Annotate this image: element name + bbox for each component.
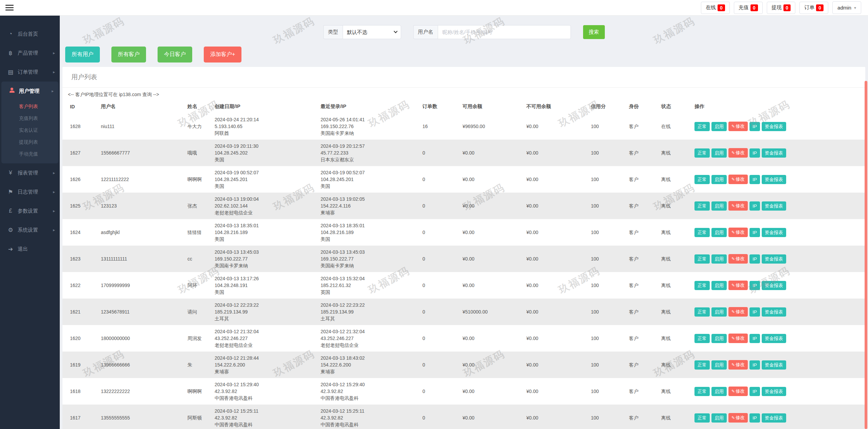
ip-button[interactable]: IP xyxy=(749,413,760,423)
ip-button[interactable]: IP xyxy=(749,307,760,317)
edit-button[interactable]: ✎修改 xyxy=(728,201,748,211)
edit-button[interactable]: ✎修改 xyxy=(728,228,748,237)
fund-report-button[interactable]: 资金报表 xyxy=(762,413,786,423)
fund-report-button[interactable]: 资金报表 xyxy=(762,281,786,290)
sidebar-subitem-realname-auth[interactable]: 实名认证 xyxy=(1,124,58,136)
ip-button[interactable]: IP xyxy=(749,228,760,237)
edit-button[interactable]: ✎修改 xyxy=(728,175,748,184)
fund-report-button[interactable]: 资金报表 xyxy=(762,254,786,264)
ip-button[interactable]: IP xyxy=(749,148,760,158)
normal-button[interactable]: 正常 xyxy=(694,148,710,158)
fund-report-button[interactable]: 资金报表 xyxy=(762,228,786,237)
table-row: 1625123123张杰2024-03-13 19:00:04202.62.10… xyxy=(62,193,865,219)
enable-button[interactable]: 启用 xyxy=(711,281,727,290)
username-search-input[interactable] xyxy=(438,25,571,39)
stat-button-withdraw[interactable]: 提现0 xyxy=(767,2,796,14)
pencil-icon: ✎ xyxy=(731,283,735,288)
edit-button[interactable]: ✎修改 xyxy=(728,387,748,396)
sidebar-item-dashboard[interactable]: ◔后台首页 xyxy=(0,24,60,43)
search-button[interactable]: 搜索 xyxy=(583,25,605,39)
edit-button[interactable]: ✎修改 xyxy=(728,148,748,158)
normal-button[interactable]: 正常 xyxy=(694,413,710,423)
edit-button[interactable]: ✎修改 xyxy=(728,254,748,264)
edit-button[interactable]: ✎修改 xyxy=(728,307,748,317)
today-customers-button[interactable]: 今日客户 xyxy=(158,47,192,62)
cell-name: 张杰 xyxy=(185,193,212,219)
fund-report-button[interactable]: 资金报表 xyxy=(762,307,786,317)
sidebar-item-log[interactable]: ⚑日志管理▸ xyxy=(0,182,60,201)
edit-button[interactable]: ✎修改 xyxy=(728,360,748,370)
ip-button[interactable]: IP xyxy=(749,360,760,370)
normal-button[interactable]: 正常 xyxy=(694,387,710,396)
normal-button[interactable]: 正常 xyxy=(694,175,710,184)
enable-button[interactable]: 启用 xyxy=(711,334,727,343)
ip-button[interactable]: IP xyxy=(749,201,760,211)
edit-button[interactable]: ✎修改 xyxy=(728,281,748,290)
enable-button[interactable]: 启用 xyxy=(711,175,727,184)
cell-last-login: 2024-03-12 22:23:22185.219.134.99土耳其 xyxy=(318,299,420,325)
add-customer-button[interactable]: 添加客户+ xyxy=(204,47,241,62)
ip-button[interactable]: IP xyxy=(749,254,760,264)
normal-button[interactable]: 正常 xyxy=(694,281,710,290)
ip-button[interactable]: IP xyxy=(749,387,760,396)
enable-button[interactable]: 启用 xyxy=(711,360,727,370)
sidebar-subitem-manual-recharge[interactable]: 手动充值 xyxy=(1,148,58,160)
ip-button[interactable]: IP xyxy=(749,122,760,131)
stat-button-order[interactable]: 订单0 xyxy=(799,2,828,14)
sidebar-subitem-recharge-list[interactable]: 充值列表 xyxy=(1,112,58,124)
cell-last-login: 2024-03-19 20:12:5745.77.22.233日本东京都东京 xyxy=(318,140,420,166)
sidebar-item-order[interactable]: ▤订单管理▸ xyxy=(0,62,60,82)
ip-button[interactable]: IP xyxy=(749,334,760,343)
sidebar-item-logout[interactable]: ➔退出 xyxy=(0,239,60,258)
gauge-icon: ◔ xyxy=(6,31,15,37)
ip-button[interactable]: IP xyxy=(749,175,760,184)
all-users-button[interactable]: 所有用户 xyxy=(65,47,100,62)
hamburger-menu-icon[interactable] xyxy=(5,3,14,12)
edit-button[interactable]: ✎修改 xyxy=(728,413,748,423)
vertical-scrollbar[interactable] xyxy=(865,81,867,429)
type-select[interactable]: 默认不选 xyxy=(343,25,401,39)
table-row: 162313111111111cc2024-03-13 13:45:03169.… xyxy=(62,246,865,272)
normal-button[interactable]: 正常 xyxy=(694,307,710,317)
enable-button[interactable]: 启用 xyxy=(711,254,727,264)
normal-button[interactable]: 正常 xyxy=(694,360,710,370)
fund-report-button[interactable]: 资金报表 xyxy=(762,201,786,211)
sidebar-item-user[interactable]: 用户管理▸ xyxy=(1,82,58,101)
fund-report-button[interactable]: 资金报表 xyxy=(762,360,786,370)
ip-button[interactable]: IP xyxy=(749,281,760,290)
edit-button[interactable]: ✎修改 xyxy=(728,122,748,131)
stat-button-recharge[interactable]: 充值0 xyxy=(734,2,763,14)
cell-username: 12211112222 xyxy=(98,166,185,193)
enable-button[interactable]: 启用 xyxy=(711,122,727,131)
enable-button[interactable]: 启用 xyxy=(711,148,727,158)
sidebar-item-report[interactable]: ¥报表管理▸ xyxy=(0,163,60,182)
all-customers-button[interactable]: 所有客户 xyxy=(111,47,146,62)
fund-report-button[interactable]: 资金报表 xyxy=(762,122,786,131)
fund-report-button[interactable]: 资金报表 xyxy=(762,387,786,396)
sidebar-subitem-withdraw-list[interactable]: 提现列表 xyxy=(1,136,58,148)
admin-user-menu[interactable]: admin ▾ xyxy=(832,1,861,14)
normal-button[interactable]: 正常 xyxy=(694,228,710,237)
normal-button[interactable]: 正常 xyxy=(694,122,710,131)
enable-button[interactable]: 启用 xyxy=(711,307,727,317)
enable-button[interactable]: 启用 xyxy=(711,413,727,423)
normal-button[interactable]: 正常 xyxy=(694,254,710,264)
table-row: 162612211112222啊啊啊2024-03-19 00:52:07104… xyxy=(62,166,865,193)
sidebar-item-product[interactable]: ฿产品管理▸ xyxy=(0,43,60,62)
fund-report-button[interactable]: 资金报表 xyxy=(762,148,786,158)
normal-button[interactable]: 正常 xyxy=(694,334,710,343)
table-row: 1624asdfghjkl猜猜猜2024-03-13 18:35:01104.2… xyxy=(62,219,865,246)
edit-button[interactable]: ✎修改 xyxy=(728,334,748,343)
cell-frozen-balance: ¥0.00 xyxy=(524,246,588,272)
column-header: 姓名 xyxy=(185,99,212,113)
sidebar-item-params[interactable]: £参数设置▸ xyxy=(0,201,60,220)
normal-button[interactable]: 正常 xyxy=(694,201,710,211)
sidebar-subitem-customer-list[interactable]: 客户列表 xyxy=(1,101,58,112)
sidebar-item-system[interactable]: ⚙系统设置▸ xyxy=(0,220,60,239)
enable-button[interactable]: 启用 xyxy=(711,387,727,396)
enable-button[interactable]: 启用 xyxy=(711,228,727,237)
fund-report-button[interactable]: 资金报表 xyxy=(762,334,786,343)
stat-button-online[interactable]: 在线0 xyxy=(701,2,730,14)
fund-report-button[interactable]: 资金报表 xyxy=(762,175,786,184)
enable-button[interactable]: 启用 xyxy=(711,201,727,211)
